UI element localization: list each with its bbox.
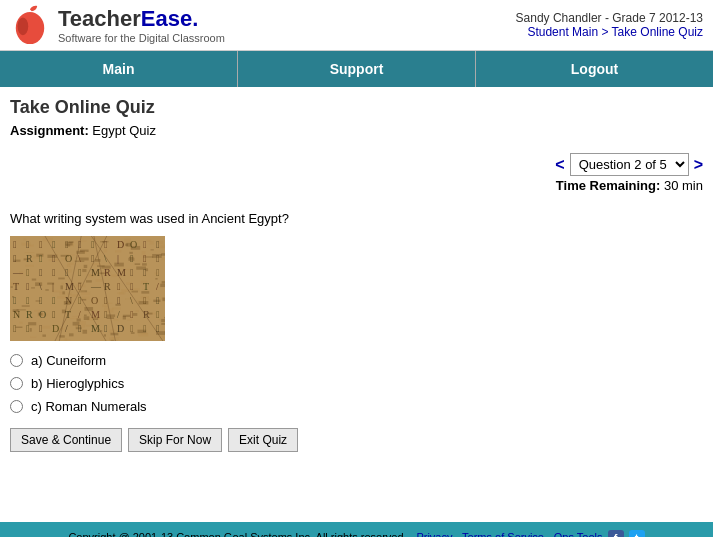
question-selector[interactable]: Question 1 of 5 Question 2 of 5 Question… bbox=[570, 153, 689, 176]
answer-option-a: a) Cuneiform bbox=[10, 353, 703, 368]
current-page-breadcrumb: Take Online Quiz bbox=[612, 25, 703, 39]
question-image-canvas bbox=[10, 236, 165, 341]
nav-logout[interactable]: Logout bbox=[476, 51, 713, 87]
answer-option-b: b) Hieroglyphics bbox=[10, 376, 703, 391]
apple-logo-icon bbox=[10, 5, 50, 45]
answer-radio-a[interactable] bbox=[10, 354, 23, 367]
answer-option-c: c) Roman Numerals bbox=[10, 399, 703, 414]
question-text: What writing system was used in Ancient … bbox=[10, 211, 703, 226]
logo-ease-text: Ease. bbox=[141, 6, 199, 31]
nav-main[interactable]: Main bbox=[0, 51, 238, 87]
assignment-line: Assignment: Egypt Quiz bbox=[0, 123, 713, 148]
answer-label-b[interactable]: b) Hieroglyphics bbox=[31, 376, 124, 391]
time-remaining: Time Remaining: 30 min bbox=[0, 176, 713, 201]
quiz-content: What writing system was used in Ancient … bbox=[0, 201, 713, 462]
facebook-icon[interactable]: f bbox=[608, 530, 624, 537]
logo-area: TeacherEase. Software for the Digital Cl… bbox=[10, 5, 225, 45]
next-question-button[interactable]: > bbox=[694, 156, 703, 174]
time-label: Time Remaining: bbox=[556, 178, 661, 193]
nav-support[interactable]: Support bbox=[238, 51, 476, 87]
question-image bbox=[10, 236, 165, 341]
question-nav: < Question 1 of 5 Question 2 of 5 Questi… bbox=[0, 148, 713, 176]
answer-radio-b[interactable] bbox=[10, 377, 23, 390]
action-buttons: Save & Continue Skip For Now Exit Quiz bbox=[10, 428, 703, 452]
assignment-label: Assignment: bbox=[10, 123, 89, 138]
header: TeacherEase. Software for the Digital Cl… bbox=[0, 0, 713, 51]
logo-subtitle: Software for the Digital Classroom bbox=[58, 32, 225, 44]
prev-question-button[interactable]: < bbox=[555, 156, 564, 174]
footer: Copyright @ 2001-13 Common Goal Systems … bbox=[0, 522, 713, 537]
footer-copyright: Copyright @ 2001-13 Common Goal Systems … bbox=[68, 531, 416, 537]
logo-text-area: TeacherEase. Software for the Digital Cl… bbox=[58, 6, 225, 44]
privacy-link[interactable]: Privacy bbox=[416, 531, 452, 537]
logo-teacher-text: Teacher bbox=[58, 6, 141, 31]
terms-link[interactable]: Terms of Service bbox=[462, 531, 544, 537]
user-name: Sandy Chandler - Grade 7 2012-13 bbox=[516, 11, 703, 25]
answer-radio-c[interactable] bbox=[10, 400, 23, 413]
ops-tools-link[interactable]: Ops Tools bbox=[554, 531, 603, 537]
student-main-link[interactable]: Student Main bbox=[527, 25, 598, 39]
assignment-value: Egypt Quiz bbox=[92, 123, 156, 138]
time-value: 30 min bbox=[664, 178, 703, 193]
navbar: Main Support Logout bbox=[0, 51, 713, 87]
page-title: Take Online Quiz bbox=[0, 87, 713, 123]
skip-for-now-button[interactable]: Skip For Now bbox=[128, 428, 222, 452]
answer-label-c[interactable]: c) Roman Numerals bbox=[31, 399, 147, 414]
header-breadcrumb: Student Main > Take Online Quiz bbox=[516, 25, 703, 39]
answer-label-a[interactable]: a) Cuneiform bbox=[31, 353, 106, 368]
svg-point-1 bbox=[18, 17, 29, 35]
logo-name: TeacherEase. bbox=[58, 6, 225, 32]
save-continue-button[interactable]: Save & Continue bbox=[10, 428, 122, 452]
header-user-info: Sandy Chandler - Grade 7 2012-13 Student… bbox=[516, 11, 703, 39]
exit-quiz-button[interactable]: Exit Quiz bbox=[228, 428, 298, 452]
twitter-icon[interactable]: t bbox=[629, 530, 645, 537]
